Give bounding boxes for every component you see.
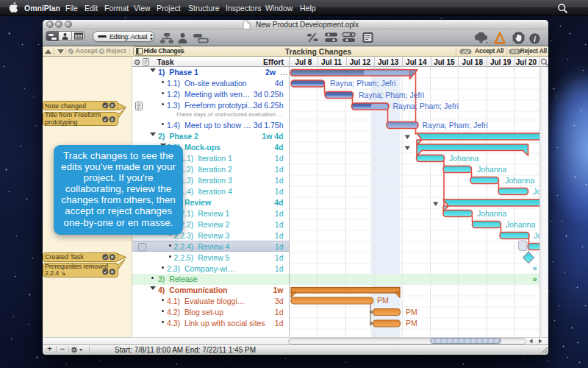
svg-text:Johanna: Johanna [449, 153, 478, 162]
svg-text:Johanna: Johanna [477, 164, 506, 173]
svg-text:»: » [533, 274, 537, 283]
svg-text:PM: PM [406, 307, 417, 316]
svg-text:Johanna: Johanna [506, 219, 535, 228]
svg-text:Rayna; Pham; Jefri: Rayna; Pham; Jefri [423, 120, 488, 129]
svg-text:Rayna; Pham; Jefri: Rayna; Pham; Jefri [330, 79, 395, 88]
svg-text:Rayna; Pham; Jefri: Rayna; Pham; Jefri [359, 90, 424, 99]
svg-text:PM: PM [406, 319, 417, 328]
svg-text:Rayna; Pham; Jefri: Rayna; Pham; Jefri [393, 102, 459, 110]
svg-text:Johanna: Johanna [505, 175, 534, 184]
svg-text:»: » [533, 263, 537, 272]
svg-text:PM: PM [377, 296, 389, 305]
svg-text:Johanna: Johanna [477, 208, 506, 217]
